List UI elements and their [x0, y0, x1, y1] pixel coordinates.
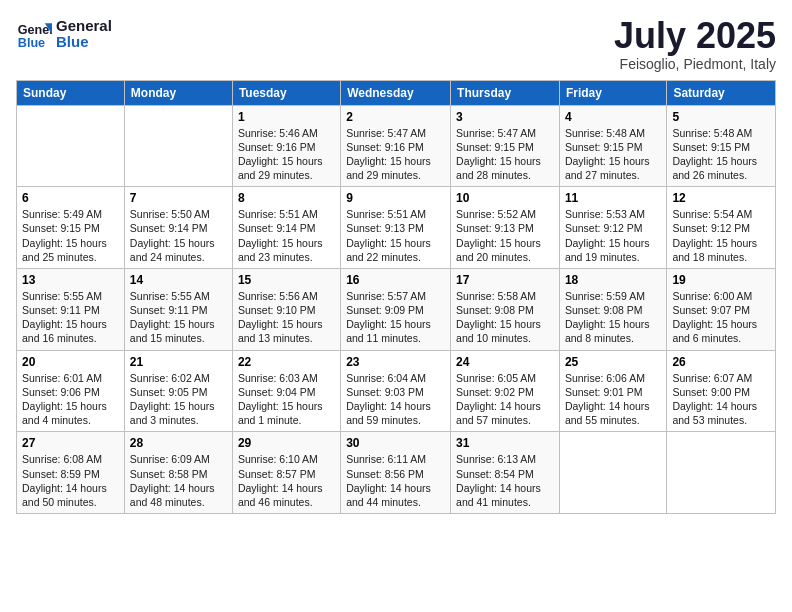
day-number: 6 — [22, 191, 119, 205]
day-number: 20 — [22, 355, 119, 369]
calendar-cell — [17, 105, 125, 187]
day-number: 17 — [456, 273, 554, 287]
day-number: 28 — [130, 436, 227, 450]
day-number: 30 — [346, 436, 445, 450]
calendar-cell: 15Sunrise: 5:56 AMSunset: 9:10 PMDayligh… — [232, 268, 340, 350]
day-detail: Sunrise: 6:00 AMSunset: 9:07 PMDaylight:… — [672, 289, 770, 346]
day-detail: Sunrise: 6:08 AMSunset: 8:59 PMDaylight:… — [22, 452, 119, 509]
logo-line1: General — [56, 18, 112, 35]
calendar-cell: 8Sunrise: 5:51 AMSunset: 9:14 PMDaylight… — [232, 187, 340, 269]
logo-icon: General Blue — [16, 16, 52, 52]
calendar-cell: 20Sunrise: 6:01 AMSunset: 9:06 PMDayligh… — [17, 350, 125, 432]
location: Feisoglio, Piedmont, Italy — [614, 56, 776, 72]
day-detail: Sunrise: 6:03 AMSunset: 9:04 PMDaylight:… — [238, 371, 335, 428]
calendar-cell: 11Sunrise: 5:53 AMSunset: 9:12 PMDayligh… — [559, 187, 666, 269]
calendar-cell: 22Sunrise: 6:03 AMSunset: 9:04 PMDayligh… — [232, 350, 340, 432]
calendar-cell — [124, 105, 232, 187]
day-number: 26 — [672, 355, 770, 369]
day-detail: Sunrise: 6:09 AMSunset: 8:58 PMDaylight:… — [130, 452, 227, 509]
day-number: 29 — [238, 436, 335, 450]
day-detail: Sunrise: 5:53 AMSunset: 9:12 PMDaylight:… — [565, 207, 661, 264]
day-detail: Sunrise: 5:48 AMSunset: 9:15 PMDaylight:… — [565, 126, 661, 183]
day-number: 8 — [238, 191, 335, 205]
calendar-cell: 26Sunrise: 6:07 AMSunset: 9:00 PMDayligh… — [667, 350, 776, 432]
day-detail: Sunrise: 6:01 AMSunset: 9:06 PMDaylight:… — [22, 371, 119, 428]
calendar-body: 1Sunrise: 5:46 AMSunset: 9:16 PMDaylight… — [17, 105, 776, 513]
calendar-cell: 14Sunrise: 5:55 AMSunset: 9:11 PMDayligh… — [124, 268, 232, 350]
header-friday: Friday — [559, 80, 666, 105]
calendar-cell: 17Sunrise: 5:58 AMSunset: 9:08 PMDayligh… — [451, 268, 560, 350]
calendar-cell: 28Sunrise: 6:09 AMSunset: 8:58 PMDayligh… — [124, 432, 232, 514]
day-number: 16 — [346, 273, 445, 287]
day-detail: Sunrise: 5:56 AMSunset: 9:10 PMDaylight:… — [238, 289, 335, 346]
day-number: 1 — [238, 110, 335, 124]
day-detail: Sunrise: 6:10 AMSunset: 8:57 PMDaylight:… — [238, 452, 335, 509]
day-number: 10 — [456, 191, 554, 205]
day-number: 18 — [565, 273, 661, 287]
title-block: July 2025 Feisoglio, Piedmont, Italy — [614, 16, 776, 72]
page-header: General Blue General Blue July 2025 Feis… — [16, 16, 776, 72]
day-detail: Sunrise: 5:52 AMSunset: 9:13 PMDaylight:… — [456, 207, 554, 264]
day-detail: Sunrise: 5:54 AMSunset: 9:12 PMDaylight:… — [672, 207, 770, 264]
day-number: 22 — [238, 355, 335, 369]
calendar-cell: 19Sunrise: 6:00 AMSunset: 9:07 PMDayligh… — [667, 268, 776, 350]
day-detail: Sunrise: 5:49 AMSunset: 9:15 PMDaylight:… — [22, 207, 119, 264]
day-detail: Sunrise: 5:51 AMSunset: 9:13 PMDaylight:… — [346, 207, 445, 264]
calendar-cell: 29Sunrise: 6:10 AMSunset: 8:57 PMDayligh… — [232, 432, 340, 514]
day-number: 13 — [22, 273, 119, 287]
day-detail: Sunrise: 6:02 AMSunset: 9:05 PMDaylight:… — [130, 371, 227, 428]
calendar-table: SundayMondayTuesdayWednesdayThursdayFrid… — [16, 80, 776, 514]
header-saturday: Saturday — [667, 80, 776, 105]
calendar-cell: 3Sunrise: 5:47 AMSunset: 9:15 PMDaylight… — [451, 105, 560, 187]
header-sunday: Sunday — [17, 80, 125, 105]
day-detail: Sunrise: 5:55 AMSunset: 9:11 PMDaylight:… — [22, 289, 119, 346]
header-tuesday: Tuesday — [232, 80, 340, 105]
day-number: 15 — [238, 273, 335, 287]
day-number: 9 — [346, 191, 445, 205]
day-number: 4 — [565, 110, 661, 124]
day-number: 23 — [346, 355, 445, 369]
day-detail: Sunrise: 5:51 AMSunset: 9:14 PMDaylight:… — [238, 207, 335, 264]
calendar-cell: 21Sunrise: 6:02 AMSunset: 9:05 PMDayligh… — [124, 350, 232, 432]
day-detail: Sunrise: 5:55 AMSunset: 9:11 PMDaylight:… — [130, 289, 227, 346]
day-number: 11 — [565, 191, 661, 205]
calendar-cell: 1Sunrise: 5:46 AMSunset: 9:16 PMDaylight… — [232, 105, 340, 187]
day-number: 27 — [22, 436, 119, 450]
logo: General Blue General Blue — [16, 16, 112, 52]
logo-line2: Blue — [56, 34, 112, 51]
day-detail: Sunrise: 5:47 AMSunset: 9:16 PMDaylight:… — [346, 126, 445, 183]
day-number: 2 — [346, 110, 445, 124]
day-number: 14 — [130, 273, 227, 287]
day-number: 12 — [672, 191, 770, 205]
calendar-cell: 7Sunrise: 5:50 AMSunset: 9:14 PMDaylight… — [124, 187, 232, 269]
calendar-week-4: 20Sunrise: 6:01 AMSunset: 9:06 PMDayligh… — [17, 350, 776, 432]
header-monday: Monday — [124, 80, 232, 105]
day-number: 25 — [565, 355, 661, 369]
header-wednesday: Wednesday — [341, 80, 451, 105]
day-number: 31 — [456, 436, 554, 450]
calendar-cell: 30Sunrise: 6:11 AMSunset: 8:56 PMDayligh… — [341, 432, 451, 514]
calendar-cell: 2Sunrise: 5:47 AMSunset: 9:16 PMDaylight… — [341, 105, 451, 187]
day-detail: Sunrise: 6:11 AMSunset: 8:56 PMDaylight:… — [346, 452, 445, 509]
day-detail: Sunrise: 6:06 AMSunset: 9:01 PMDaylight:… — [565, 371, 661, 428]
calendar-cell: 24Sunrise: 6:05 AMSunset: 9:02 PMDayligh… — [451, 350, 560, 432]
day-number: 3 — [456, 110, 554, 124]
day-detail: Sunrise: 6:05 AMSunset: 9:02 PMDaylight:… — [456, 371, 554, 428]
calendar-cell: 27Sunrise: 6:08 AMSunset: 8:59 PMDayligh… — [17, 432, 125, 514]
calendar-cell: 16Sunrise: 5:57 AMSunset: 9:09 PMDayligh… — [341, 268, 451, 350]
calendar-cell: 25Sunrise: 6:06 AMSunset: 9:01 PMDayligh… — [559, 350, 666, 432]
day-number: 5 — [672, 110, 770, 124]
day-number: 24 — [456, 355, 554, 369]
calendar-week-1: 1Sunrise: 5:46 AMSunset: 9:16 PMDaylight… — [17, 105, 776, 187]
day-number: 21 — [130, 355, 227, 369]
calendar-cell: 6Sunrise: 5:49 AMSunset: 9:15 PMDaylight… — [17, 187, 125, 269]
calendar-week-5: 27Sunrise: 6:08 AMSunset: 8:59 PMDayligh… — [17, 432, 776, 514]
calendar-week-3: 13Sunrise: 5:55 AMSunset: 9:11 PMDayligh… — [17, 268, 776, 350]
day-detail: Sunrise: 5:50 AMSunset: 9:14 PMDaylight:… — [130, 207, 227, 264]
day-number: 19 — [672, 273, 770, 287]
day-detail: Sunrise: 5:47 AMSunset: 9:15 PMDaylight:… — [456, 126, 554, 183]
calendar-cell: 18Sunrise: 5:59 AMSunset: 9:08 PMDayligh… — [559, 268, 666, 350]
calendar-cell: 12Sunrise: 5:54 AMSunset: 9:12 PMDayligh… — [667, 187, 776, 269]
calendar-cell — [667, 432, 776, 514]
month-title: July 2025 — [614, 16, 776, 56]
